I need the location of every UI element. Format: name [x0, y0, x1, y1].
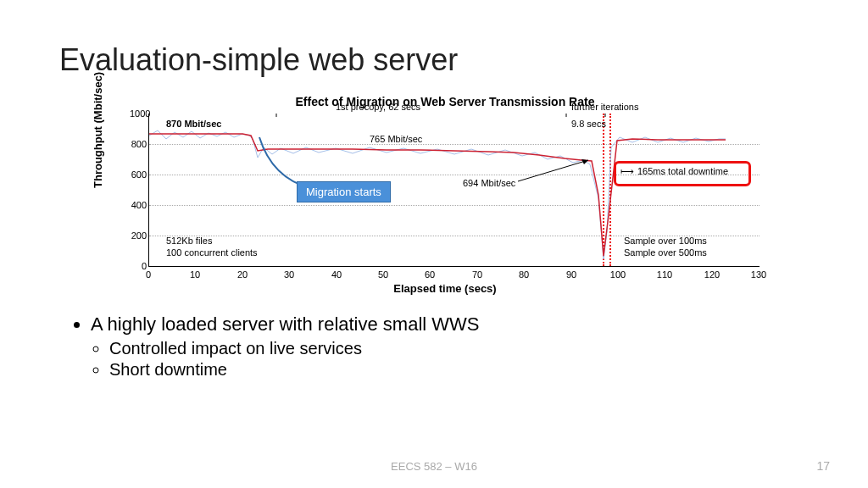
slide-number: 17: [816, 459, 830, 473]
ann-870: 870 Mbit/sec: [166, 119, 221, 129]
bullet-sub: Controlled impact on live services: [109, 339, 480, 358]
ann-694: 694 Mbit/sec: [463, 178, 515, 188]
ytick: 800: [130, 139, 147, 149]
xtick: 130: [751, 269, 766, 280]
footer-center: EECS 582 – W16: [0, 460, 868, 473]
xtick: 30: [284, 269, 294, 280]
ytick: 400: [130, 200, 147, 210]
legend-100ms: Sample over 100ms: [624, 236, 707, 246]
ytick: 600: [130, 169, 147, 180]
xtick: 40: [331, 269, 342, 280]
x-axis-label: Elapsed time (secs): [106, 282, 784, 295]
xtick: 10: [190, 269, 200, 280]
chart: Effect of Migration on Web Server Transm…: [106, 95, 784, 288]
bullet-main-text: A highly loaded server with relative sma…: [91, 313, 480, 335]
y-axis-label: Throughput (Mbit/sec): [92, 72, 104, 188]
ann-9-8: 9.8 secs: [571, 119, 606, 129]
downtime-marker-icon: ⟼: [620, 166, 634, 177]
ann-files: 512Kb files: [166, 236, 212, 246]
ytick: 200: [130, 230, 147, 241]
bullet-sub: Short downtime: [109, 360, 480, 380]
legend-500ms: Sample over 500ms: [624, 247, 707, 258]
xtick: 0: [146, 269, 151, 280]
xtick: 80: [519, 269, 529, 280]
slide-title: Evaluation-simple web server: [59, 42, 458, 78]
xtick: 20: [237, 269, 248, 280]
xtick: 90: [566, 269, 576, 280]
xtick: 70: [472, 269, 482, 280]
ytick: 0: [130, 261, 147, 271]
ann-precopy: 1st precopy, 62 secs: [336, 102, 420, 112]
svg-line-5: [518, 160, 588, 181]
slide: Evaluation-simple web server Effect of M…: [0, 0, 868, 488]
chart-title: Effect of Migration on Web Server Transm…: [106, 95, 784, 108]
bullet-list: A highly loaded server with relative sma…: [72, 313, 480, 385]
ann-downtime: 165ms total downtime: [637, 166, 728, 176]
xtick: 110: [657, 269, 672, 280]
plot-area: 870 Mbit/sec 1st precopy, 62 secs furthe…: [148, 114, 760, 267]
ytick: 1000: [130, 108, 147, 119]
migration-badge: Migration starts: [297, 181, 391, 202]
bullet-main: A highly loaded server with relative sma…: [91, 313, 480, 380]
xtick: 60: [425, 269, 435, 280]
ann-765: 765 Mbit/sec: [370, 134, 422, 144]
xtick: 50: [378, 269, 388, 280]
ann-clients: 100 concurrent clients: [166, 247, 258, 258]
xtick: 100: [610, 269, 626, 280]
xtick: 120: [704, 269, 720, 280]
ann-further: further iterations: [571, 102, 638, 112]
